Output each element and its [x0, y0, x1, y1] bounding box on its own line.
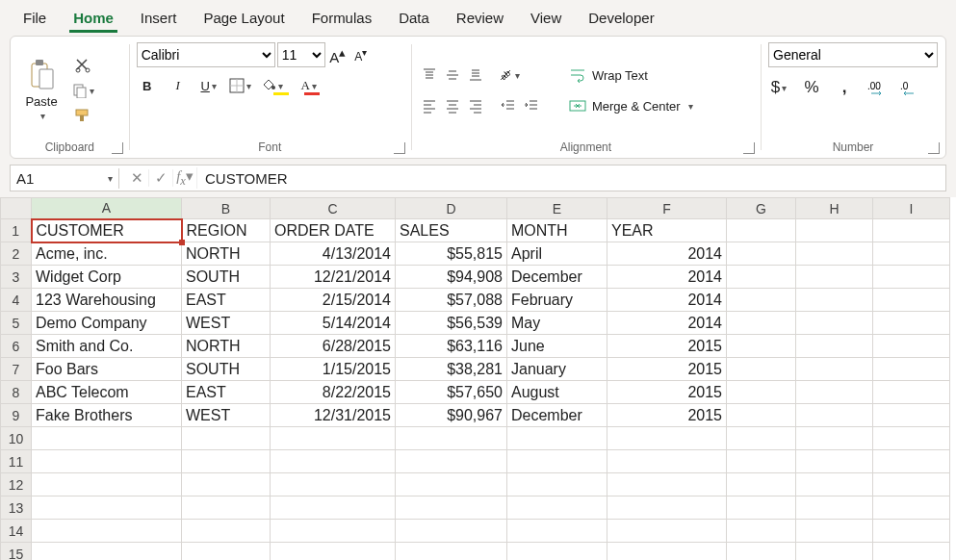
- cell[interactable]: [507, 520, 607, 543]
- col-header-G[interactable]: G: [727, 198, 796, 219]
- cell[interactable]: [271, 496, 396, 520]
- cell[interactable]: [607, 427, 727, 450]
- dialog-launcher-icon[interactable]: [112, 142, 123, 154]
- cell[interactable]: [873, 219, 950, 242]
- align-middle-button[interactable]: [442, 64, 463, 86]
- cell[interactable]: NORTH: [182, 335, 271, 358]
- cell[interactable]: [271, 520, 396, 543]
- increase-indent-button[interactable]: [521, 95, 542, 116]
- cell[interactable]: [727, 496, 796, 520]
- col-header-E[interactable]: E: [507, 198, 607, 219]
- cell[interactable]: [507, 543, 607, 561]
- cell[interactable]: WEST: [182, 312, 271, 335]
- cell[interactable]: [796, 450, 873, 473]
- cell[interactable]: 2/15/2014: [271, 289, 396, 312]
- cell[interactable]: [507, 496, 607, 520]
- cell[interactable]: [182, 543, 271, 561]
- cell[interactable]: [182, 520, 271, 543]
- col-header-F[interactable]: F: [607, 198, 727, 219]
- cell[interactable]: Acme, inc.: [32, 242, 182, 266]
- cell[interactable]: YEAR: [607, 219, 727, 242]
- row-header[interactable]: 4: [1, 289, 32, 312]
- col-header-B[interactable]: B: [182, 198, 271, 219]
- cell[interactable]: 2014: [607, 242, 727, 266]
- cell[interactable]: ABC Telecom: [32, 381, 182, 404]
- orientation-button[interactable]: ab▾: [498, 64, 520, 86]
- cell[interactable]: [396, 496, 507, 520]
- cell[interactable]: [32, 473, 182, 496]
- cell[interactable]: [607, 473, 727, 496]
- cell[interactable]: [873, 335, 950, 358]
- cell[interactable]: $55,815: [396, 242, 507, 266]
- row-header[interactable]: 1: [1, 219, 32, 242]
- cell[interactable]: [796, 312, 873, 335]
- cell[interactable]: 2015: [607, 335, 727, 358]
- decrease-decimal-button[interactable]: .0: [899, 77, 920, 98]
- cell[interactable]: December: [507, 404, 607, 427]
- cell[interactable]: [873, 312, 950, 335]
- italic-button[interactable]: I: [168, 75, 189, 96]
- accept-formula-button[interactable]: ✓: [149, 169, 173, 187]
- cell[interactable]: [873, 496, 950, 520]
- cell[interactable]: [32, 543, 182, 561]
- row-header[interactable]: 3: [1, 266, 32, 289]
- menu-developer[interactable]: Developer: [575, 4, 667, 32]
- cell[interactable]: [727, 404, 796, 427]
- cell[interactable]: [873, 358, 950, 381]
- cell[interactable]: SALES: [396, 219, 507, 242]
- cell[interactable]: $90,967: [396, 404, 507, 427]
- col-header-D[interactable]: D: [396, 198, 507, 219]
- cell[interactable]: 2014: [607, 289, 727, 312]
- paste-button[interactable]: Paste ▾: [18, 56, 65, 125]
- row-header[interactable]: 15: [1, 543, 32, 561]
- cell[interactable]: [32, 520, 182, 543]
- cell[interactable]: MONTH: [507, 219, 607, 242]
- cell[interactable]: [396, 473, 507, 496]
- cell[interactable]: SOUTH: [182, 266, 271, 289]
- cell[interactable]: June: [507, 335, 607, 358]
- cancel-formula-button[interactable]: ✕: [125, 169, 149, 187]
- cell[interactable]: [607, 520, 727, 543]
- cell[interactable]: [796, 266, 873, 289]
- cell[interactable]: April: [507, 242, 607, 266]
- row-header[interactable]: 11: [1, 450, 32, 473]
- cell[interactable]: [727, 358, 796, 381]
- cell[interactable]: Widget Corp: [32, 266, 182, 289]
- menu-page-layout[interactable]: Page Layout: [190, 4, 297, 32]
- row-header[interactable]: 5: [1, 312, 32, 335]
- cell[interactable]: 2014: [607, 312, 727, 335]
- cell[interactable]: [796, 520, 873, 543]
- cut-button[interactable]: [72, 55, 93, 76]
- merge-center-button[interactable]: Merge & Center ▾: [563, 95, 699, 116]
- cell[interactable]: 2015: [607, 381, 727, 404]
- cell[interactable]: [607, 450, 727, 473]
- cell[interactable]: [271, 450, 396, 473]
- bold-button[interactable]: B: [137, 75, 158, 96]
- cell[interactable]: [507, 427, 607, 450]
- cell[interactable]: [796, 381, 873, 404]
- cell[interactable]: [727, 219, 796, 242]
- dialog-launcher-icon[interactable]: [743, 142, 755, 154]
- cell[interactable]: [873, 381, 950, 404]
- cell[interactable]: [873, 242, 950, 266]
- row-header[interactable]: 6: [1, 335, 32, 358]
- cell[interactable]: 5/14/2014: [271, 312, 396, 335]
- cell[interactable]: [396, 450, 507, 473]
- cell[interactable]: [396, 427, 507, 450]
- borders-button[interactable]: ▾: [229, 75, 251, 96]
- cell[interactable]: 1/15/2015: [271, 358, 396, 381]
- row-header[interactable]: 13: [1, 496, 32, 520]
- cell[interactable]: [396, 543, 507, 561]
- select-all-corner[interactable]: [1, 198, 32, 219]
- row-header[interactable]: 8: [1, 381, 32, 404]
- menu-insert[interactable]: Insert: [127, 4, 191, 32]
- cell[interactable]: $94,908: [396, 266, 507, 289]
- cell[interactable]: 6/28/2015: [271, 335, 396, 358]
- cell[interactable]: [182, 473, 271, 496]
- cell[interactable]: August: [507, 381, 607, 404]
- cell[interactable]: $56,539: [396, 312, 507, 335]
- comma-format-button[interactable]: ,: [834, 77, 855, 98]
- cell[interactable]: [873, 543, 950, 561]
- wrap-text-button[interactable]: Wrap Text: [563, 64, 654, 86]
- cell[interactable]: REGION: [182, 219, 271, 242]
